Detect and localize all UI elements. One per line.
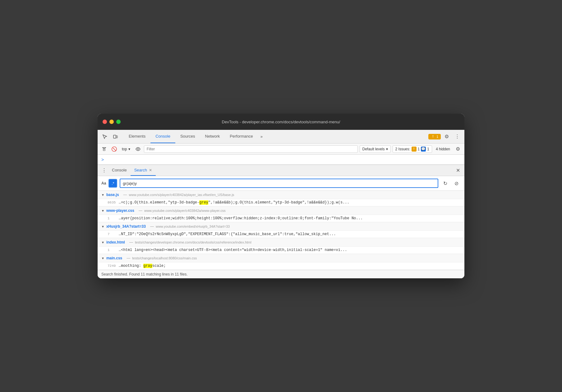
window-title: DevTools - developer.chrome.com/docs/dev… [222, 120, 340, 124]
inspect-element-button[interactable] [100, 132, 109, 141]
device-toolbar-button[interactable] [111, 132, 120, 141]
result-line[interactable]: 7249 …moothing: grayscale; [98, 262, 464, 270]
drawer-tab-search[interactable]: Search ✕ [131, 165, 156, 176]
separator: — [123, 193, 127, 197]
separator: — [139, 208, 142, 213]
file-url-base-js: www.youtube.com/s/player/c403842a/player… [129, 193, 234, 197]
clear-console-button[interactable] [100, 145, 108, 153]
result-file-header-base-js[interactable]: ▼ base.js — www.youtube.com/s/player/c40… [98, 191, 464, 199]
prompt-arrow[interactable]: > [101, 157, 104, 162]
file-url-main-css: tests/changes/localhost:8080/css/main.cs… [132, 256, 197, 260]
result-line[interactable]: 1 …<html lang=en><head><meta charset=UTF… [98, 247, 464, 254]
warning-issue-icon: ! [412, 147, 417, 152]
svg-rect-1 [116, 136, 117, 138]
close-search-tab-button[interactable]: ✕ [149, 168, 152, 172]
result-group-www-player-css: ▼ www-player.css — www.youtube.com/s/pla… [98, 207, 464, 222]
result-line[interactable]: 8635 …=c);g.O(this.element,"ytp-3d-badge… [98, 199, 464, 206]
file-name-www-player-css: www-player.css [106, 208, 134, 213]
drawer-tab-console[interactable]: Console [108, 165, 131, 176]
title-bar: DevTools - developer.chrome.com/docs/dev… [98, 114, 464, 130]
result-group-main-css: ▼ main.css — tests/changes/localhost:808… [98, 254, 464, 270]
more-options-button[interactable]: ⋮ [453, 132, 462, 141]
result-line[interactable]: 1 …ayer{position:relative;width:100%;hei… [98, 215, 464, 222]
drawer-more-button[interactable]: ⋮ [100, 166, 108, 175]
notification-badge[interactable]: ! 1 [428, 134, 441, 139]
result-file-header-main-css[interactable]: ▼ main.css — tests/changes/localhost:808… [98, 254, 464, 262]
collapse-icon: ▼ [101, 193, 104, 197]
issues-badge[interactable]: 2 Issues: ! 1 💬 1 [393, 145, 432, 153]
drawer: ⋮ Console Search ✕ ✕ Aa .* ↻ ⊘ [98, 165, 464, 278]
match-case-button[interactable]: Aa [101, 181, 106, 185]
file-name-base-js: base.js [106, 193, 119, 197]
console-toolbar: 🚫 top ▾ Default levels ▾ 2 Issues: ! 1 💬… [98, 144, 464, 155]
result-file-header-index-html[interactable]: ▼ index.html — tests/changes/developer.c… [98, 238, 464, 247]
hidden-count-label: 4 hidden [434, 146, 452, 152]
tab-elements[interactable]: Elements [124, 130, 150, 143]
search-panel: Aa .* ↻ ⊘ [98, 176, 464, 191]
result-line[interactable]: 7 …NT_ID":"2OeQYs2rNcSnW8yxpLgD","EXPERI… [98, 231, 464, 238]
separator: — [127, 256, 130, 260]
console-prompt-area: > [98, 155, 464, 165]
file-name-xhusjrb: xHusjrb_34A?start=33 [106, 224, 146, 229]
cancel-search-button[interactable]: ⊘ [452, 179, 461, 188]
result-file-header-www-player-css[interactable]: ▼ www-player.css — www.youtube.com/s/pla… [98, 207, 464, 215]
tab-bar: Elements Console Sources Network Perform… [121, 130, 427, 143]
result-group-base-js: ▼ base.js — www.youtube.com/s/player/c40… [98, 191, 464, 207]
highlight-gray: gray [143, 264, 152, 268]
settings-button[interactable]: ⚙ [442, 132, 451, 141]
block-button[interactable]: 🚫 [110, 145, 118, 153]
separator: — [129, 240, 133, 244]
result-file-header-xhusjrb[interactable]: ▼ xHusjrb_34A?start=33 — www.youtube.com… [98, 222, 464, 231]
context-selector[interactable]: top ▾ [120, 146, 132, 152]
tab-sources[interactable]: Sources [175, 130, 200, 143]
svg-marker-2 [103, 148, 106, 149]
console-settings-button[interactable]: ⚙ [454, 145, 462, 153]
collapse-icon: ▼ [101, 225, 104, 228]
result-group-xhusjrb: ▼ xHusjrb_34A?start=33 — www.youtube.com… [98, 222, 464, 238]
refresh-search-button[interactable]: ↻ [441, 179, 449, 188]
toolbar-right: ! 1 ⚙ ⋮ [428, 132, 462, 141]
more-tabs-button[interactable]: » [258, 130, 265, 143]
collapse-icon: ▼ [101, 257, 104, 260]
highlight-grey: grey [199, 200, 208, 205]
file-url-www-player-css: www.youtube.com/s/player/c403842a/www-pl… [144, 209, 226, 212]
eye-button[interactable] [134, 145, 142, 153]
minimize-button[interactable] [109, 120, 114, 124]
maximize-button[interactable] [116, 120, 121, 124]
tab-network[interactable]: Network [200, 130, 225, 143]
regex-button[interactable]: .* [108, 179, 117, 188]
status-bar: Search finished. Found 11 matching lines… [98, 270, 464, 278]
tab-console[interactable]: Console [150, 130, 175, 143]
file-url-xhusjrb: www.youtube.com/embed/xHusjrb_34A?start=… [156, 225, 230, 228]
collapse-icon: ▼ [101, 241, 104, 244]
result-group-index-html: ▼ index.html — tests/changes/developer.c… [98, 238, 464, 254]
svg-rect-0 [113, 135, 116, 138]
file-name-index-html: index.html [106, 240, 125, 244]
search-input[interactable] [120, 179, 438, 188]
drawer-close-button[interactable]: ✕ [454, 166, 462, 175]
warning-icon: ! [431, 134, 435, 139]
devtools-window: DevTools - developer.chrome.com/docs/dev… [98, 114, 464, 278]
file-url-index-html: tests/changes/developer.chrome.com/docs/… [135, 240, 251, 244]
filter-input[interactable] [144, 145, 358, 153]
drawer-tab-bar: ⋮ Console Search ✕ ✕ [98, 165, 464, 176]
main-toolbar: Elements Console Sources Network Perform… [98, 130, 464, 144]
close-button[interactable] [103, 120, 107, 124]
search-input-wrap [120, 179, 438, 188]
search-results: ▼ base.js — www.youtube.com/s/player/c40… [98, 191, 464, 270]
separator: — [150, 224, 154, 229]
traffic-lights [103, 120, 121, 124]
svg-point-4 [137, 148, 139, 150]
tab-performance[interactable]: Performance [225, 130, 258, 143]
info-issue-icon: 💬 [421, 147, 426, 152]
file-name-main-css: main.css [106, 256, 122, 260]
collapse-icon: ▼ [101, 209, 104, 212]
log-levels-button[interactable]: Default levels ▾ [360, 145, 391, 153]
